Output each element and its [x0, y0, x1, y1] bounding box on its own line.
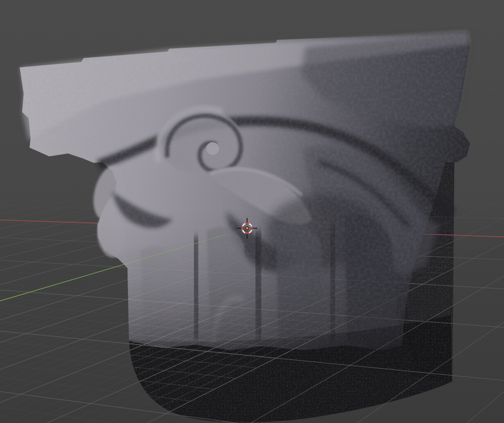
- viewport-3d[interactable]: [0, 0, 504, 423]
- cursor-center-dot: [246, 227, 249, 230]
- viewport-canvas[interactable]: [0, 0, 504, 423]
